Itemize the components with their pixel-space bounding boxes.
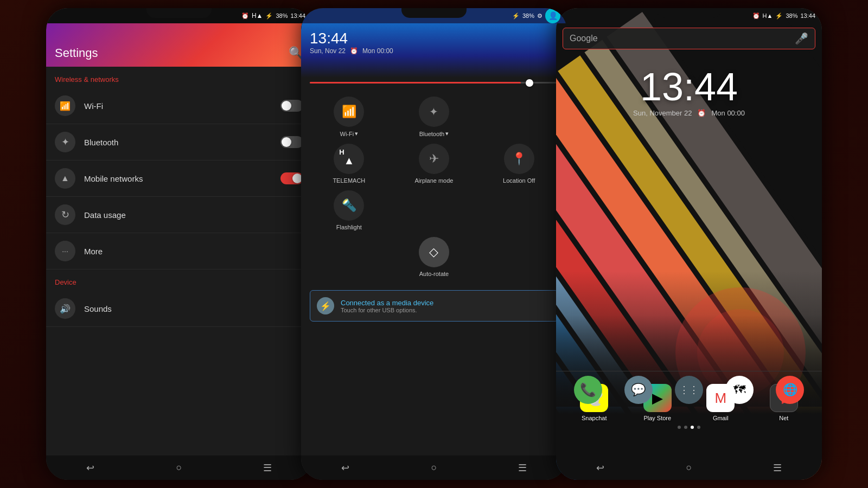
settings-item-mobile-networks[interactable]: ▲ Mobile networks	[46, 160, 312, 197]
data-usage-label: Data usage	[84, 210, 303, 220]
alarm-icon-2: ⏰	[350, 47, 358, 55]
section-device: Device	[46, 269, 312, 291]
qs-airplane-label: Airplane mode	[415, 177, 454, 184]
mobile-networks-toggle[interactable]	[280, 172, 303, 184]
qs-time-area: 13:44 Sun, Nov 22 ⏰ Mon 00:00	[301, 23, 567, 59]
back-button[interactable]: ↩	[82, 460, 99, 476]
qs-tile-location[interactable]: 📍 Location Off	[480, 144, 558, 184]
google-text: Google	[570, 34, 795, 43]
qs-wifi-label: Wi-Fi ▾	[340, 130, 359, 137]
settings-icon-2[interactable]: ⚙	[537, 12, 542, 20]
settings-item-data-usage[interactable]: ↻ Data usage	[46, 197, 312, 233]
notification-text-area: Connected as a media device Touch for ot…	[341, 299, 433, 313]
recents-button-2[interactable]: ☰	[514, 460, 531, 476]
battery-home: 38%	[786, 12, 797, 19]
battery-percent: 38%	[276, 12, 288, 19]
settings-item-wifi[interactable]: 📶 Wi-Fi	[46, 88, 312, 124]
dock-messages[interactable]: 💬	[620, 376, 658, 404]
qs-flashlight-label: Flashlight	[336, 224, 362, 230]
settings-item-bluetooth[interactable]: ✦ Bluetooth	[46, 124, 312, 160]
battery-icon: ⚡	[265, 12, 273, 20]
phone-screen-2: ⚡ 38% ⚙ 👤 13:44 Sun, Nov 22 ⏰ Mon 00:00	[301, 8, 567, 480]
qs-tile-airplane[interactable]: ✈ Airplane mode	[395, 144, 474, 184]
qs-grid: 📶 Wi-Fi ▾ ✦ Bluetooth ▾	[301, 88, 567, 286]
back-button-2[interactable]: ↩	[337, 460, 354, 476]
mic-icon[interactable]: 🎤	[795, 32, 808, 45]
gmail-label: Gmail	[713, 415, 729, 421]
dot-0	[678, 426, 681, 429]
wifi-toggle[interactable]	[280, 100, 303, 112]
signal-icon-home: H▲	[763, 12, 773, 19]
qs-header: 13:44 Sun, Nov 22 ⏰ Mon 00:00	[301, 23, 567, 78]
qs-tile-wifi[interactable]: 📶 Wi-Fi ▾	[310, 97, 388, 137]
telemach-signal: ▲	[343, 155, 354, 167]
qs-tile-autorotate[interactable]: ◇ Auto-rotate	[395, 237, 474, 277]
qs-airplane-icon: ✈	[419, 144, 449, 174]
home-content: ⏰ H▲ ⚡ 38% 13:44 Google 🎤 13:44 Sun, Nov…	[556, 8, 822, 480]
qs-wifi-text: Wi-Fi	[340, 131, 354, 137]
brightness-track	[310, 82, 558, 84]
qs-telemach-label: TELEMACH	[333, 177, 365, 184]
qs-telemach-icon: H ▲	[334, 144, 364, 174]
home-apps: 👻 Snapchat ▶ Play Store M Gmail	[556, 384, 822, 431]
phone-screen-3: ⏰ H▲ ⚡ 38% 13:44 Google 🎤 13:44 Sun, Nov…	[556, 8, 822, 480]
brightness-thumb[interactable]	[526, 79, 533, 87]
usb-notification[interactable]: ⚡ Connected as a media device Touch for …	[310, 290, 558, 322]
phone-home: ⏰ H▲ ⚡ 38% 13:44 Google 🎤 13:44 Sun, Nov…	[556, 8, 822, 480]
phone-quick-settings: ⚡ 38% ⚙ 👤 13:44 Sun, Nov 22 ⏰ Mon 00:00	[301, 8, 567, 480]
qs-bluetooth-arrow: ▾	[445, 130, 449, 137]
playstore-label: Play Store	[643, 415, 671, 421]
settings-item-sounds[interactable]: 🔊 Sounds	[46, 291, 312, 327]
qs-location-label: Location Off	[503, 177, 535, 184]
appgrid-icon: ⋮⋮	[675, 376, 703, 404]
phone-notch	[146, 8, 212, 18]
home-button[interactable]: ○	[171, 460, 187, 476]
dot-2	[691, 426, 694, 429]
back-button-3[interactable]: ↩	[592, 460, 609, 476]
qs-tile-flashlight[interactable]: 🔦 Flashlight	[310, 190, 388, 230]
phone-icon: 📞	[574, 376, 602, 404]
bluetooth-toggle[interactable]	[280, 136, 303, 148]
user-avatar[interactable]: 👤	[545, 8, 560, 23]
more-label: More	[84, 247, 303, 256]
net-label: Net	[779, 415, 788, 421]
notif-sub: Touch for other USB options.	[341, 307, 433, 313]
wifi-icon: 📶	[55, 95, 75, 116]
dock-appgrid[interactable]: ⋮⋮	[670, 376, 708, 404]
recents-button-3[interactable]: ☰	[769, 460, 786, 476]
usb-icon: ⚡	[317, 297, 334, 314]
home-date-display: Sun, November 22 ⏰ Mon 00:00	[556, 109, 822, 117]
home-time-display: 13:44	[556, 65, 822, 109]
phones-container: ⏰ H▲ ⚡ 38% 13:44 Settings 🔍 Wireless & n…	[0, 0, 868, 488]
alarm-icon: ⏰	[241, 12, 249, 20]
settings-list: Wireless & networks 📶 Wi-Fi ✦ Bluetooth …	[46, 67, 312, 327]
qs-tile-telemach[interactable]: H ▲ TELEMACH	[310, 144, 388, 184]
dock-chrome[interactable]: 🌐	[771, 376, 809, 404]
battery-icon-home: ⚡	[775, 12, 783, 20]
home-button-3[interactable]: ○	[681, 460, 697, 476]
sounds-icon: 🔊	[55, 298, 75, 319]
dot-3	[697, 426, 700, 429]
dock-phone[interactable]: 📞	[569, 376, 607, 404]
section-wireless: Wireless & networks	[46, 67, 312, 88]
google-search-bar[interactable]: Google 🎤	[563, 28, 815, 49]
home-button-2[interactable]: ○	[426, 460, 442, 476]
recents-button[interactable]: ☰	[259, 460, 276, 476]
chrome-icon: 🌐	[776, 376, 804, 404]
signal-icon: H▲	[252, 12, 263, 20]
dock-maps[interactable]: 🗺	[720, 376, 758, 404]
phone-notch-2	[401, 8, 467, 18]
qs-bluetooth-label: Bluetooth ▾	[419, 130, 449, 137]
qs-time: 13:44	[310, 30, 558, 47]
qs-tile-bluetooth[interactable]: ✦ Bluetooth ▾	[395, 97, 474, 137]
bluetooth-label: Bluetooth	[84, 138, 272, 147]
nav-bar-2: ↩ ○ ☰	[301, 455, 567, 480]
nav-bar: ↩ ○ ☰	[46, 455, 312, 480]
brightness-fill	[310, 82, 521, 84]
more-icon: ···	[55, 241, 75, 261]
data-usage-icon: ↻	[55, 204, 75, 225]
phone-notch-3	[656, 8, 722, 18]
maps-icon: 🗺	[725, 376, 754, 404]
brightness-bar[interactable]	[301, 78, 567, 88]
settings-item-more[interactable]: ··· More	[46, 233, 312, 269]
